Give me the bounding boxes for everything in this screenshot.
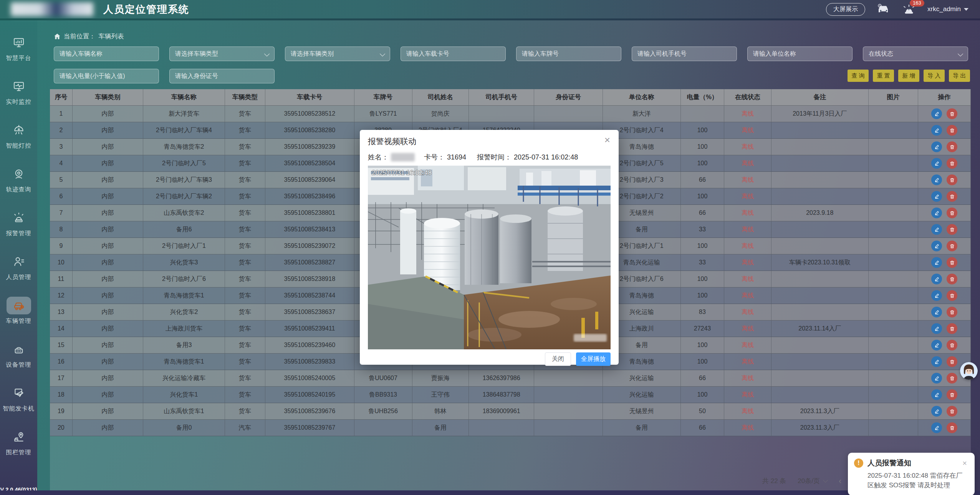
delete-button[interactable] bbox=[947, 307, 957, 317]
filter-card-no-input[interactable]: 请输入车载卡号 bbox=[401, 47, 506, 61]
delete-button[interactable] bbox=[947, 323, 957, 334]
prev-page-button[interactable]: ‹ bbox=[839, 478, 841, 485]
modal-close-button[interactable]: × bbox=[602, 135, 612, 145]
cell-index: 18 bbox=[50, 387, 73, 403]
edit-button[interactable] bbox=[931, 224, 942, 235]
cell-type: 货车 bbox=[225, 271, 266, 287]
edit-button[interactable] bbox=[931, 191, 942, 202]
search-button[interactable]: 查 询 bbox=[848, 70, 869, 82]
vehicle-monitor-icon[interactable] bbox=[877, 3, 891, 15]
edit-button[interactable] bbox=[931, 422, 942, 433]
sidebar-item-track-query[interactable]: 轨迹查询 bbox=[6, 165, 31, 194]
filter-plate-no-input[interactable]: 请输入车牌号 bbox=[516, 47, 621, 61]
delete-button[interactable] bbox=[947, 224, 957, 235]
filter-id-card-input[interactable]: 请输入身份证号 bbox=[169, 69, 275, 83]
toast-close-button[interactable]: × bbox=[960, 459, 969, 467]
delete-button[interactable] bbox=[947, 125, 957, 136]
cell-actions bbox=[918, 188, 971, 205]
edit-button[interactable] bbox=[931, 389, 942, 400]
column-header-plate-no: 车牌号 bbox=[354, 89, 412, 106]
cell-id-card bbox=[534, 370, 603, 387]
edit-button[interactable] bbox=[931, 241, 942, 251]
assistant-avatar[interactable] bbox=[960, 362, 978, 380]
delete-button[interactable] bbox=[947, 108, 957, 119]
cell-status: 离线 bbox=[724, 106, 771, 122]
sidebar-item-fence-manage[interactable]: 围栏管理 bbox=[6, 428, 31, 457]
alarm-bell-icon[interactable]: 163 bbox=[902, 3, 916, 15]
sidebar-item-smart-platform[interactable]: 智慧平台 bbox=[6, 34, 31, 62]
big-screen-button[interactable]: 大屏展示 bbox=[826, 3, 865, 16]
sidebar-item-label: 报警管理 bbox=[6, 229, 31, 238]
edit-button[interactable] bbox=[931, 356, 942, 367]
cell-phone: 13864837798 bbox=[469, 387, 534, 403]
delete-button[interactable] bbox=[947, 241, 957, 251]
sidebar-item-alarm-manage[interactable]: 报警管理 bbox=[6, 209, 31, 238]
edit-button[interactable] bbox=[931, 274, 942, 284]
edit-button[interactable] bbox=[931, 323, 942, 334]
sidebar-item-realtime-monitor[interactable]: 实时监控 bbox=[6, 78, 31, 106]
delete-button[interactable] bbox=[947, 356, 957, 367]
page-size-select[interactable]: 20条/页 bbox=[798, 477, 827, 485]
edit-button[interactable] bbox=[931, 108, 942, 119]
add-button[interactable]: 新 增 bbox=[898, 70, 919, 82]
edit-button[interactable] bbox=[931, 257, 942, 268]
filter-vehicle-name-input[interactable]: 请输入车辆名称 bbox=[54, 47, 159, 61]
filter-driver-phone-input[interactable]: 请输入司机手机号 bbox=[632, 47, 737, 61]
filter-vehicle-type-select[interactable]: 请选择车辆类型 bbox=[169, 47, 275, 61]
cell-name: 2号门临时入厂6 bbox=[143, 271, 225, 287]
sidebar-item-person-manage[interactable]: 人员管理 bbox=[6, 253, 31, 281]
cell-index: 16 bbox=[50, 354, 73, 370]
user-menu[interactable]: xrkc_admin bbox=[927, 5, 968, 13]
delete-button[interactable] bbox=[947, 406, 957, 417]
edit-button[interactable] bbox=[931, 125, 942, 136]
cell-actions bbox=[918, 337, 971, 354]
delete-button[interactable] bbox=[947, 422, 957, 433]
fullscreen-play-button[interactable]: 全屏播放 bbox=[576, 352, 611, 366]
delete-button[interactable] bbox=[947, 257, 957, 268]
edit-button[interactable] bbox=[931, 208, 942, 218]
edit-button[interactable] bbox=[931, 307, 942, 317]
sidebar-item-device-manage[interactable]: 设备管理 bbox=[6, 341, 31, 369]
filter-org-name-input[interactable]: 请输入单位名称 bbox=[747, 47, 853, 61]
delete-button[interactable] bbox=[947, 191, 957, 202]
cell-status: 离线 bbox=[724, 155, 771, 172]
edit-button[interactable] bbox=[931, 158, 942, 169]
filter-online-status-select[interactable]: 在线状态 bbox=[863, 47, 968, 61]
cctv-video-frame[interactable]: 2025/07/31 16:02:48 bbox=[368, 166, 611, 349]
close-button[interactable]: 关闭 bbox=[545, 352, 571, 366]
delete-button[interactable] bbox=[947, 174, 957, 185]
delete-button[interactable] bbox=[947, 141, 957, 152]
edit-button[interactable] bbox=[931, 174, 942, 185]
reset-button[interactable]: 重 置 bbox=[873, 70, 894, 82]
delete-button[interactable] bbox=[947, 290, 957, 301]
delete-button[interactable] bbox=[947, 274, 957, 284]
delete-button[interactable] bbox=[947, 340, 957, 350]
sidebar-item-label: 智能发卡机 bbox=[3, 405, 35, 413]
cell-image bbox=[869, 122, 918, 139]
filter-vehicle-category-select[interactable]: 请选择车辆类别 bbox=[285, 47, 390, 61]
sidebar-item-card-machine[interactable]: 智能发卡机 bbox=[3, 384, 35, 413]
edit-button[interactable] bbox=[931, 340, 942, 350]
edit-button[interactable] bbox=[931, 141, 942, 152]
sidebar-item-vehicle-manage[interactable]: 车辆管理 bbox=[6, 297, 31, 325]
cell-name: 新大洋货车 bbox=[143, 106, 225, 122]
cell-index: 19 bbox=[50, 403, 73, 420]
import-button[interactable]: 导 入 bbox=[924, 70, 945, 82]
delete-button[interactable] bbox=[947, 208, 957, 218]
cell-image bbox=[869, 337, 918, 354]
placeholder-text: 请输入车载卡号 bbox=[406, 50, 449, 58]
edit-button[interactable] bbox=[931, 406, 942, 417]
sidebar-item-smart-light[interactable]: 智能灯控 bbox=[6, 121, 31, 150]
delete-button[interactable] bbox=[947, 158, 957, 169]
cell-image bbox=[869, 420, 918, 436]
edit-button[interactable] bbox=[931, 373, 942, 384]
export-button[interactable]: 导 出 bbox=[949, 70, 970, 82]
delete-button[interactable] bbox=[947, 373, 957, 384]
monitor-icon bbox=[7, 78, 31, 95]
edit-button[interactable] bbox=[931, 290, 942, 301]
delete-button[interactable] bbox=[947, 389, 957, 400]
name-label: 姓名： bbox=[368, 153, 389, 162]
filter-battery-input[interactable]: 请输入电量(小于输入值) bbox=[54, 69, 159, 83]
action-buttons: 查 询重 置新 增导 入导 出 bbox=[848, 70, 970, 82]
cell-index: 7 bbox=[50, 205, 73, 221]
